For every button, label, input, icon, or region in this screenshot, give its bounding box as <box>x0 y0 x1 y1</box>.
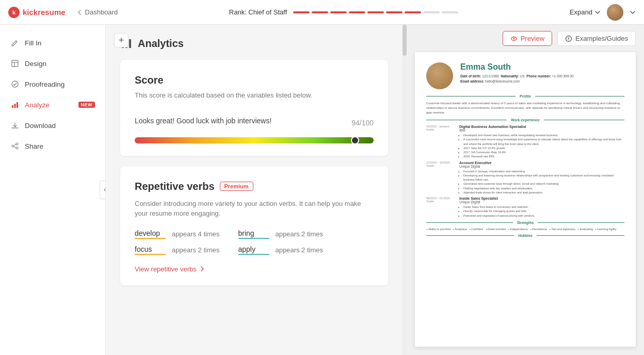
svg-rect-4 <box>12 105 13 108</box>
strength-1: Ability to prioritize <box>426 228 450 231</box>
rep-title: Repetitive verbs <box>135 181 215 192</box>
strengths-list: Ability to prioritize Analytical Confide… <box>426 228 624 231</box>
bullet: Inside Sales from leads to conversion an… <box>463 205 624 209</box>
rank-bar <box>293 11 458 13</box>
svg-point-9 <box>16 147 18 149</box>
check-icon <box>10 79 20 89</box>
strength-2: Analytical <box>453 228 467 231</box>
preview-eye-icon <box>510 35 518 42</box>
app-layout: Fill In Design Proofreading <box>0 25 644 355</box>
verb-row-1: develop appears 4 times bring appears 2 … <box>135 229 374 239</box>
sidebar-proofreading-label: Proofreading <box>25 80 95 88</box>
navbar: k kickresume Dashboard Rank: Chief of St… <box>0 0 644 25</box>
bullet: Focused in storage, virtualization and n… <box>463 169 624 173</box>
logo-text: kickresume <box>23 8 66 17</box>
score-result-row: Looks great! Good luck with job intervie… <box>135 113 374 129</box>
verb-apply-count: appears 2 times <box>276 246 324 254</box>
verb-focus: focus <box>135 245 166 255</box>
rep-description: Consider introducing more variety to you… <box>135 199 374 219</box>
scroll-thumb <box>403 25 407 56</box>
sidebar-item-proofreading[interactable]: Proofreading <box>2 74 103 94</box>
back-nav[interactable]: Dashboard <box>76 8 118 16</box>
profile-divider: Profile <box>426 94 624 98</box>
preview-toolbar: Preview Examples/Guides <box>407 25 644 52</box>
resume-header: Emma South Date of birth: 12/11/1988 Nat… <box>426 62 624 89</box>
svg-rect-14 <box>129 39 131 48</box>
logo[interactable]: k kickresume <box>8 7 66 18</box>
sidebar-item-fill-in[interactable]: Fill In <box>2 33 103 53</box>
rank-seg-4 <box>349 11 365 13</box>
verb-grid: develop appears 4 times bring appears 2 … <box>135 229 374 261</box>
premium-badge: Premium <box>220 182 253 191</box>
examples-icon <box>565 35 572 42</box>
expand-button[interactable]: Expand <box>570 8 601 16</box>
resume-meta: Date of birth: 12/11/1988 Nationality: U… <box>460 74 574 85</box>
sidebar-collapse-button[interactable] <box>100 181 106 199</box>
user-avatar[interactable] <box>607 4 623 21</box>
hobbies-label: Hobbies <box>518 234 533 237</box>
scroll-track[interactable] <box>403 25 407 355</box>
score-description: This score is calculated based on the va… <box>135 90 374 101</box>
score-title: Score <box>135 74 374 86</box>
sidebar-design-label: Design <box>25 60 95 68</box>
work-company-2: Unique Digital <box>459 165 624 168</box>
sidebar-download-label: Download <box>25 122 95 130</box>
rep-header: Repetitive verbs Premium <box>135 181 374 192</box>
strength-6: Persistence <box>530 228 547 231</box>
sidebar: Fill In Design Proofreading <box>0 25 106 355</box>
bar-chart-icon <box>10 100 20 109</box>
strength-5: Independence <box>508 228 528 231</box>
strength-7: Tact and diplomacy <box>549 228 575 231</box>
work-location-1: Austin <box>426 128 457 131</box>
verb-develop: develop <box>135 229 166 239</box>
bullet: Holding negotiations with key retailers … <box>463 186 624 190</box>
svg-rect-5 <box>14 104 16 108</box>
sidebar-item-analyze[interactable]: Analyze NEW <box>2 95 103 115</box>
bullet: 2017: NA Conversion Rate 10.4% <box>463 150 624 154</box>
score-card: Score This score is calculated based on … <box>120 60 388 156</box>
svg-point-8 <box>12 145 14 147</box>
preview-panel: Preview Examples/Guides Emma S <box>407 25 644 355</box>
design-icon <box>10 59 20 68</box>
bullet: A successful track-record using knowledg… <box>463 137 624 146</box>
sidebar-share-label: Share <box>25 142 95 150</box>
work-location-2: Austin <box>426 164 457 167</box>
back-label: Dashboard <box>85 8 118 16</box>
examples-button[interactable]: Examples/Guides <box>557 31 636 46</box>
strength-8: Evaluating <box>577 228 593 231</box>
work-company-3: Unique Digital <box>459 200 624 204</box>
svg-rect-6 <box>17 102 18 108</box>
bullet: Generated new customer base through dire… <box>463 182 624 186</box>
rank-seg-7 <box>405 11 421 13</box>
preview-button[interactable]: Preview <box>503 31 552 46</box>
repetitive-verbs-card: Repetitive verbs Premium Consider introd… <box>120 166 388 285</box>
strengths-label: Strengths <box>517 221 534 224</box>
bullet: Attended trade shows for client interact… <box>463 190 624 195</box>
svg-point-16 <box>513 38 514 39</box>
resume-personal-info: Emma South Date of birth: 12/11/1988 Nat… <box>460 62 574 85</box>
profile-label: Profile <box>520 94 531 98</box>
resume-content: Emma South Date of birth: 12/11/1988 Nat… <box>415 52 636 251</box>
bullet: Partnered and negotiated of special pric… <box>463 214 624 218</box>
sidebar-item-share[interactable]: Share <box>2 136 103 156</box>
rank-seg-1 <box>293 11 310 13</box>
avatar-dropdown-icon[interactable] <box>630 9 636 15</box>
examples-btn-label: Examples/Guides <box>575 35 628 42</box>
work-entry-3: 08/2013 – 01/2015 Austin Inside Sales Sp… <box>426 197 624 218</box>
work-title-3: Inside Sales Specialist <box>459 197 624 200</box>
svg-point-7 <box>16 143 18 145</box>
svg-line-10 <box>14 144 16 146</box>
rank-seg-9 <box>442 11 458 13</box>
expand-chevron-icon <box>594 9 601 15</box>
work-title-2: Account Executive <box>459 161 624 165</box>
verb-develop-count: appears 4 times <box>172 230 220 238</box>
svg-point-18 <box>568 39 569 40</box>
rank-seg-3 <box>330 11 347 13</box>
resume-name: Emma South <box>460 62 574 72</box>
sidebar-item-design[interactable]: Design <box>2 54 103 73</box>
sidebar-item-download[interactable]: Download <box>2 116 103 135</box>
add-button[interactable]: + <box>114 33 128 47</box>
hobbies-divider: Hobbies <box>426 234 624 237</box>
view-repetitive-verbs-link[interactable]: View repetitive verbs <box>135 265 374 273</box>
work-entry-1: 10/2015 – present Austin Digital Busines… <box>426 125 624 159</box>
